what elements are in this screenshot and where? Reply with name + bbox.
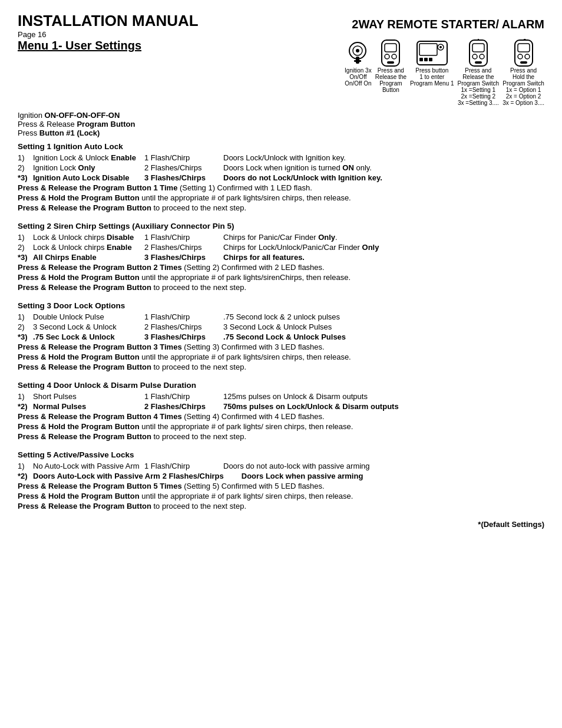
press-release-label: Press andRelease theProgramButton	[375, 67, 406, 93]
menu-title: Menu 1- User Settings	[18, 39, 141, 52]
setting-desc: Double Unlock Pulse	[33, 312, 142, 321]
setting-num: 1)	[18, 462, 31, 470]
svg-rect-9	[387, 61, 394, 64]
section-title-setting4: Setting 4 Door Unlock & Disarm Pulse Dur…	[18, 381, 544, 390]
setting-flash: 1 Flash/Chirp	[144, 392, 221, 401]
setting-desc: No Auto-Lock with Passive Arm	[33, 462, 142, 470]
svg-rect-16	[429, 58, 432, 61]
section-setting1: Setting 1 Ignition Auto Lock1)Ignition L…	[18, 142, 544, 212]
section-title-setting5: Setting 5 Active/Passive Locks	[18, 450, 544, 459]
program-line-setting2-1: Press & Hold the Program Button until th…	[18, 273, 544, 282]
setting-num: *3)	[18, 332, 31, 341]
icons-strip: Ignition 3xOn/OffOn/Off On Press andRele…	[345, 39, 544, 106]
svg-rect-6	[385, 44, 396, 52]
setting-flash: 1 Flash/Chirp	[144, 153, 221, 162]
setting-flash: 2 Flashes/Chirps	[144, 402, 221, 411]
press-release-switch-label: Press andRelease theProgram Switch1x =Se…	[458, 67, 500, 106]
left-instructions: Ignition ON-OFF-ON-OFF-ON Press & Releas…	[18, 111, 544, 137]
setting-desc: Doors Auto-Lock with Passive Arm	[33, 472, 160, 480]
program-line-setting4-0: Press & Release the Program Button 4 Tim…	[18, 412, 544, 421]
press-release-icon-box: Press andRelease theProgramButton	[375, 39, 406, 93]
svg-point-19	[472, 54, 477, 59]
setting-result: Chirps for Lock/Unlock/Panic/Car Finder …	[223, 243, 544, 252]
section-title-setting3: Setting 3 Door Lock Options	[18, 301, 544, 310]
program-line-setting4-2: Press & Release the Program Button to pr…	[18, 432, 544, 441]
setting-result: Doors do not Lock/Unlock with Ignition k…	[223, 173, 544, 182]
setting-result: 750ms pulses on Lock/Unlock & Disarm out…	[223, 402, 544, 411]
setting-num: 2)	[18, 322, 31, 331]
svg-rect-27	[520, 61, 527, 64]
press-hold-switch-icon	[512, 39, 535, 67]
setting-result: Chirps for all features.	[223, 253, 544, 262]
program-line-setting1-0: Press & Release the Program Button 1 Tim…	[18, 183, 544, 192]
program-line-setting4-1: Press & Hold the Program Button until th…	[18, 422, 544, 431]
setting-num: *3)	[18, 253, 31, 262]
setting-flash: 1 Flash/Chirp	[144, 462, 221, 470]
setting-result: Doors Lock when ignition is turned ON on…	[223, 163, 544, 172]
program-line-setting1-1: Press & Hold the Program Button until th…	[18, 193, 544, 202]
press-release-switch-icon-box: Press andRelease theProgram Switch1x =Se…	[458, 39, 500, 106]
setting-num: 1)	[18, 312, 31, 321]
press-button1-icon	[416, 39, 448, 67]
setting-row-setting3-1: 2)3 Second Lock & Unlock2 Flashes/Chirps…	[18, 322, 544, 331]
press-hold-switch-icon-box: Press andHold theProgram Switch1x = Opti…	[503, 39, 544, 106]
section-title-setting1: Setting 1 Ignition Auto Lock	[18, 142, 544, 151]
setting-row-setting2-0: 1)Lock & Unlock chirps Disable1 Flash/Ch…	[18, 233, 544, 242]
setting-result: Doors do not auto-lock with passive armi…	[223, 462, 544, 470]
setting-row-setting4-0: 1)Short Pulses1 Flash/Chirp125ms pulses …	[18, 392, 544, 401]
svg-point-13	[439, 46, 442, 48]
program-line-setting2-0: Press & Release the Program Button 2 Tim…	[18, 263, 544, 272]
svg-point-20	[480, 54, 484, 59]
setting-result: 3 Second Lock & Unlock Pulses	[223, 322, 544, 331]
program-line-setting3-2: Press & Release the Program Button to pr…	[18, 363, 544, 371]
setting-desc: Lock & Unlock chirps Disable	[33, 233, 142, 242]
setting-num: 1)	[18, 392, 31, 401]
program-line-setting3-1: Press & Hold the Program Button until th…	[18, 353, 544, 361]
sections-container: Setting 1 Ignition Auto Lock1)Ignition L…	[18, 142, 544, 510]
setting-flash: 2 Flashes/Chirps	[163, 472, 239, 480]
setting-flash: 2 Flashes/Chirps	[144, 243, 221, 252]
svg-point-7	[385, 54, 389, 59]
program-line-setting5-0: Press & Release the Program Button 5 Tim…	[18, 482, 544, 490]
setting-flash: 3 Flashes/Chirps	[144, 332, 221, 341]
svg-rect-21	[475, 61, 482, 64]
setting-num: *2)	[18, 472, 31, 480]
setting-desc: Short Pulses	[33, 392, 142, 401]
svg-rect-11	[419, 44, 437, 55]
page-header: INSTALLATION MANUAL Page 16 2WAY REMOTE …	[18, 12, 544, 106]
svg-point-25	[518, 54, 523, 59]
press-button1-label: Press button1 to enterProgram Menu 1	[410, 67, 454, 87]
setting-row-setting2-2: *3)All Chirps Enable3 Flashes/ChirpsChir…	[18, 253, 544, 262]
setting-row-setting5-1: *2)Doors Auto-Lock with Passive Arm2 Fla…	[18, 472, 544, 480]
setting-desc: Ignition Lock Only	[33, 163, 142, 172]
setting-result: Doors Lock/Unlock with Ignition key.	[223, 153, 544, 162]
program-line-setting2-2: Press & Release the Program Button to pr…	[18, 283, 544, 292]
press-release-program-icon	[379, 39, 402, 67]
setting-row-setting1-1: 2)Ignition Lock Only2 Flashes/ChirpsDoor…	[18, 163, 544, 172]
section-setting3: Setting 3 Door Lock Options1)Double Unlo…	[18, 301, 544, 371]
program-line-setting5-1: Press & Hold the Program Button until th…	[18, 492, 544, 500]
section-setting5: Setting 5 Active/Passive Locks1)No Auto-…	[18, 450, 544, 510]
setting-desc: Lock & Unlock chirps Enable	[33, 243, 142, 252]
press-hold-switch-label: Press andHold theProgram Switch1x = Opti…	[503, 67, 544, 106]
setting-row-setting1-2: *3)Ignition Auto Lock Disable3 Flashes/C…	[18, 173, 544, 182]
setting-flash: 3 Flashes/Chirps	[144, 253, 221, 262]
svg-rect-3	[354, 60, 361, 62]
svg-rect-14	[419, 58, 423, 61]
setting-flash: 2 Flashes/Chirps	[144, 163, 221, 172]
setting-desc: Ignition Lock & Unlock Enable	[33, 153, 142, 162]
setting-row-setting5-0: 1)No Auto-Lock with Passive Arm1 Flash/C…	[18, 462, 544, 470]
svg-point-8	[392, 54, 396, 59]
svg-rect-24	[518, 44, 530, 52]
setting-num: 1)	[18, 153, 31, 162]
setting-result: Chirps for Panic/Car Finder Only.	[223, 233, 544, 242]
setting-flash: 1 Flash/Chirp	[144, 233, 221, 242]
setting-row-setting2-1: 2)Lock & Unlock chirps Enable2 Flashes/C…	[18, 243, 544, 252]
setting-num: *2)	[18, 402, 31, 411]
setting-flash: 3 Flashes/Chirps	[144, 173, 221, 182]
press-button1-icon-box: Press button1 to enterProgram Menu 1	[410, 39, 454, 87]
setting-desc: Ignition Auto Lock Disable	[33, 173, 142, 182]
default-settings-label: *(Default Settings)	[18, 520, 544, 529]
page-number: Page 16	[18, 30, 199, 39]
product-title: 2WAY REMOTE STARTER/ ALARM	[352, 12, 544, 31]
